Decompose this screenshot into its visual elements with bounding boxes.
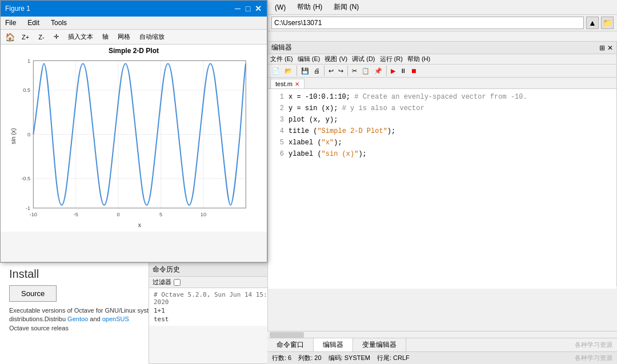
figure-window: Figure 1 ─ □ ✕ File Edit Tools 🏠 Z+ Z- ✛… — [0, 0, 267, 262]
line-num-4: 4 — [270, 126, 284, 136]
toolbar-save-btn[interactable]: 💾 — [299, 67, 311, 75]
svg-text:sin (x): sin (x) — [10, 128, 17, 144]
code-line-1: 1 x = -10:0.1:10; # Create an evenly-spa… — [268, 91, 616, 103]
code-line-3: 3 plot (x, y); — [268, 114, 616, 126]
toolbar-copy-btn[interactable]: 📋 — [360, 67, 371, 75]
editor-submenu: 文件 (E) 编辑 (E) 视图 (V) 调试 (D) 运行 (R) 帮助 (H… — [268, 54, 616, 64]
plot-container: 1 0.5 0 -0.5 -1 -10 -5 0 5 10 x sin (x) — [1, 55, 267, 232]
tab-variable-editor[interactable]: 变量编辑器 — [353, 338, 406, 351]
editor-menu-edit[interactable]: 编辑 (E) — [298, 55, 320, 63]
editor-tab-testm[interactable]: test.m ✕ — [270, 79, 305, 88]
toolbar-redo-btn[interactable]: ↪ — [336, 67, 345, 75]
editor-menu-debug[interactable]: 调试 (D) — [352, 55, 375, 63]
menu-edit[interactable]: Edit — [25, 18, 42, 28]
auto-scale-btn[interactable]: 自动缩放 — [137, 31, 167, 42]
svg-text:0: 0 — [27, 132, 30, 137]
watermark-area: 各种学习资源 — [570, 339, 617, 351]
toolbar-undo-btn[interactable]: ↩ — [327, 67, 335, 75]
line-num-2: 2 — [270, 103, 284, 114]
editor-menu-help[interactable]: 帮助 (H) — [407, 55, 430, 63]
svg-text:0.5: 0.5 — [23, 87, 30, 93]
editor-panel-title: 编辑器 — [271, 43, 292, 52]
menu-tools[interactable]: Tools — [49, 18, 69, 28]
toolbar-stop-btn[interactable]: ⏹ — [409, 67, 419, 75]
status-line-ending: 行尾: CRLF — [377, 354, 410, 362]
editor-undock-icon[interactable]: ⊞ — [599, 44, 605, 52]
code-line-2: 2 y = sin (x); # y is also a vector — [268, 103, 616, 114]
editor-menu-file[interactable]: 文件 (E) — [270, 55, 293, 63]
gentoo-link[interactable]: Gentoo — [67, 316, 88, 322]
figure-title: Figure 1 — [5, 5, 30, 13]
editor-toolbar: 📄 📂 💾 🖨 ↩ ↪ ✂ 📋 📌 ▶ ⏸ ⏹ — [268, 64, 616, 78]
editor-menu-run[interactable]: 运行 (R) — [380, 55, 403, 63]
line-num-1: 1 — [270, 92, 284, 102]
editor-menu-view[interactable]: 视图 (V) — [324, 55, 347, 63]
svg-text:1: 1 — [27, 58, 30, 64]
editor-panel: 编辑器 ⊞ ✕ 文件 (E) 编辑 (E) 视图 (V) 调试 (D) 运行 (… — [267, 41, 617, 286]
menu-help[interactable]: 帮助 (H) — [295, 1, 324, 13]
toolbar-print-btn[interactable]: 🖨 — [312, 67, 322, 75]
bottom-tabs: 命令窗口 编辑器 变量编辑器 各种学习资源 — [267, 338, 617, 351]
svg-text:0: 0 — [117, 212, 120, 217]
minimize-btn[interactable]: ─ — [234, 5, 242, 13]
line-num-3: 3 — [270, 115, 284, 125]
line-num-6: 6 — [270, 149, 284, 159]
path-up-btn[interactable]: ▲ — [586, 17, 599, 29]
toolbar-new-btn[interactable]: 📄 — [270, 67, 282, 75]
install-text-and: and — [90, 316, 102, 322]
tab-editor-label: 编辑器 — [323, 340, 343, 350]
install-text-2: distributions.Distribu — [9, 316, 66, 322]
svg-text:10: 10 — [201, 212, 206, 217]
svg-text:-10: -10 — [30, 212, 37, 217]
menu-w[interactable]: (W) — [273, 2, 288, 13]
restore-btn[interactable]: □ — [244, 5, 252, 13]
tab-close-icon[interactable]: ✕ — [295, 81, 299, 87]
figure-menu: File Edit Tools — [1, 17, 267, 30]
plot-title: Simple 2-D Plot — [1, 45, 267, 55]
opensuse-link[interactable]: openSUS — [102, 316, 129, 322]
svg-text:-5: -5 — [74, 212, 78, 217]
cmd-history-title: 命令历史 — [153, 265, 180, 274]
editor-panel-header: 编辑器 ⊞ ✕ — [268, 42, 616, 54]
zoom-out-btn[interactable]: Z- — [36, 33, 46, 42]
path-input[interactable] — [271, 17, 584, 29]
horizontal-scrollbar[interactable] — [267, 331, 617, 338]
svg-text:-1: -1 — [26, 205, 30, 211]
menu-file[interactable]: File — [3, 18, 18, 28]
svg-text:5: 5 — [159, 212, 162, 217]
zoom-in-btn[interactable]: Z+ — [19, 33, 31, 42]
code-text-5: xlabel ("x"); — [289, 137, 614, 148]
status-encoding: 编码: SYSTEM — [328, 354, 370, 362]
pan-btn[interactable]: ✛ — [51, 32, 61, 42]
octave-top-menu: (W) 帮助 (H) 新闻 (N) — [268, 0, 617, 15]
watermark-text: 各种学习资源 — [575, 341, 612, 349]
code-text-3: plot (x, y); — [289, 115, 614, 125]
filter-label: 过滤器 — [153, 278, 171, 286]
axis-btn[interactable]: 轴 — [100, 31, 111, 42]
tab-cmd-label: 命令窗口 — [277, 340, 304, 350]
code-text-6: ylabel ("sin (x)"); — [289, 149, 614, 159]
editor-tabs-bar: test.m ✕ — [268, 78, 616, 89]
editor-close-icon[interactable]: ✕ — [607, 44, 613, 52]
toolbar-paste-btn[interactable]: 📌 — [372, 67, 384, 75]
insert-text-btn[interactable]: 插入文本 — [66, 31, 95, 42]
toolbar-open-btn[interactable]: 📂 — [283, 67, 294, 75]
tab-command-window[interactable]: 命令窗口 — [267, 338, 314, 351]
octave-path-bar: ▲ 📁 — [268, 15, 617, 31]
toolbar-pause-btn[interactable]: ⏸ — [398, 67, 408, 75]
toolbar-cut-btn[interactable]: ✂ — [350, 67, 359, 75]
toolbar-run-btn[interactable]: ▶ — [389, 67, 397, 75]
menu-news[interactable]: 新闻 (N) — [331, 1, 361, 13]
filter-checkbox[interactable] — [174, 279, 181, 286]
status-brand: 各种学习资源 — [575, 354, 612, 362]
path-browse-btn[interactable]: 📁 — [601, 17, 614, 29]
close-btn[interactable]: ✕ — [254, 5, 262, 13]
editor-content[interactable]: 1 x = -10:0.1:10; # Create an evenly-spa… — [268, 89, 616, 289]
code-line-4: 4 title ("Simple 2-D Plot"); — [268, 126, 616, 137]
code-text-1: x = -10:0.1:10; # Create an evenly-space… — [289, 92, 614, 102]
grid-btn[interactable]: 网格 — [115, 31, 133, 42]
svg-text:-0.5: -0.5 — [21, 176, 30, 181]
tab-editor[interactable]: 编辑器 — [314, 338, 353, 351]
source-button[interactable]: Source — [9, 285, 57, 302]
code-line-5: 5 xlabel ("x"); — [268, 137, 616, 148]
